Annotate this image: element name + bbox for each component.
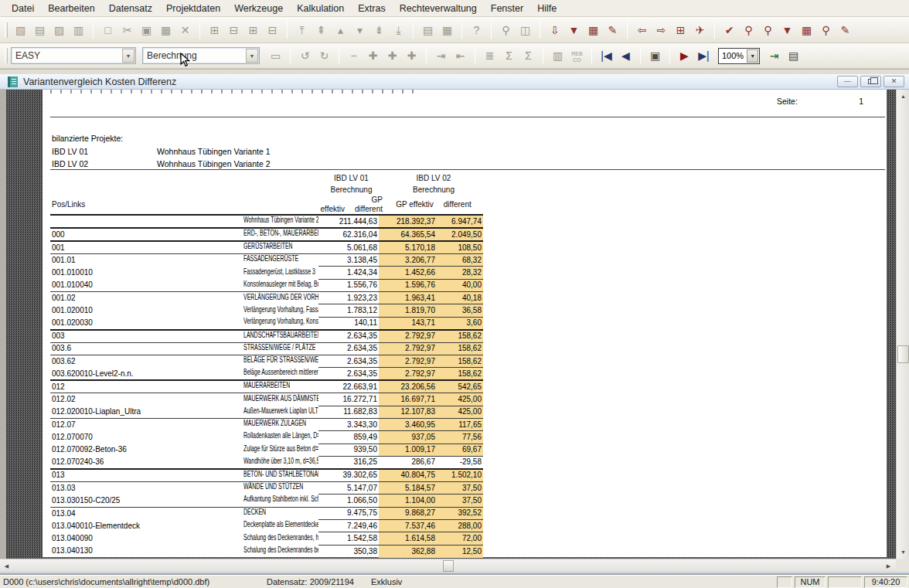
zoom-combobox[interactable]: 100% ▼ xyxy=(718,48,760,64)
row-pos: 012.02 xyxy=(50,393,242,406)
goto-bottom-icon[interactable]: ⤓ xyxy=(389,22,408,39)
print-icon[interactable]: ▦ xyxy=(437,22,457,39)
scroll-right-icon[interactable]: ▶ xyxy=(883,560,894,572)
vertical-scrollbar-thumb[interactable] xyxy=(897,345,909,363)
restore-button[interactable] xyxy=(860,76,881,87)
chevron-down-icon[interactable]: ▼ xyxy=(246,49,258,63)
menu-item-extras[interactable]: Extras xyxy=(351,2,392,15)
profile-combobox[interactable]: EASY ▼ xyxy=(11,47,136,64)
row-pos: 003 xyxy=(50,330,242,343)
record-search-icon[interactable]: ⚲ xyxy=(816,22,836,39)
view-combobox[interactable]: Berechnung ▼ xyxy=(142,47,260,64)
stats-icon[interactable]: ▥ xyxy=(548,47,567,64)
cut-icon[interactable]: ✂ xyxy=(117,22,137,39)
toolbar-group: ▭ xyxy=(266,47,285,64)
row-pos: 001.02 xyxy=(50,292,242,304)
send-icon[interactable]: ✈ xyxy=(690,22,710,39)
first-record-icon[interactable]: |◀ xyxy=(597,47,616,64)
split-view-icon[interactable]: ◫ xyxy=(516,22,535,39)
numbering-icon[interactable]: ≣ xyxy=(480,47,499,64)
menu-item-werkzeuge[interactable]: Werkzeuge xyxy=(227,2,290,15)
scroll-up-icon[interactable]: ▲ xyxy=(897,90,909,102)
tree-branch-icon[interactable]: ⊞ xyxy=(243,22,263,39)
undo-icon[interactable]: ↺ xyxy=(295,47,315,64)
doc-import-icon[interactable]: ▼ xyxy=(778,22,797,39)
indent-right-icon[interactable]: ⇥ xyxy=(431,47,451,64)
toolbar-grip[interactable] xyxy=(5,48,8,63)
new-icon[interactable]: □ xyxy=(98,22,117,39)
move-up-icon[interactable]: ▴ xyxy=(331,22,350,39)
tree-insert-icon[interactable]: ⊞ xyxy=(205,22,224,39)
image-icon[interactable]: ▨ xyxy=(49,22,69,39)
scroll-down-icon[interactable]: ▼ xyxy=(897,546,909,558)
menu-item-projektdaten[interactable]: Projektdaten xyxy=(159,2,227,15)
row-variant2-different: 158,62 xyxy=(437,368,483,380)
add-position-icon[interactable]: ✚ xyxy=(383,47,402,64)
import-page-icon[interactable]: ⇩ xyxy=(545,22,564,39)
copies-icon[interactable]: ▣ xyxy=(645,47,665,64)
delete-icon[interactable]: ✕ xyxy=(175,22,195,39)
close-button[interactable]: ✕ xyxy=(883,76,904,87)
menu-item-datensatz[interactable]: Datensatz xyxy=(102,2,159,15)
open-report-icon[interactable]: ▭ xyxy=(266,47,285,64)
assign-left-icon[interactable]: ⇦ xyxy=(632,22,652,39)
report-icon[interactable]: ▤ xyxy=(30,22,49,39)
menu-item-bearbeiten[interactable]: Bearbeiten xyxy=(41,2,101,15)
db-search-icon[interactable]: ⚲ xyxy=(739,22,758,39)
last-record-icon[interactable]: ▶| xyxy=(694,47,713,64)
horizontal-scrollbar[interactable]: ◀ ▶ xyxy=(0,559,896,572)
menu-item-datei[interactable]: Datei xyxy=(5,2,41,15)
column-group-variant2: IBD LV 02 xyxy=(384,172,483,184)
horizontal-scrollbar-thumb[interactable] xyxy=(443,560,454,572)
db-check-icon[interactable]: ✔ xyxy=(720,22,739,39)
subtotal-icon[interactable]: Σ xyxy=(499,47,519,64)
minimize-button[interactable]: — xyxy=(837,76,858,87)
page-down-icon[interactable]: ⇟ xyxy=(369,22,389,39)
tree-list-icon[interactable]: ⊟ xyxy=(224,22,243,39)
menu-item-rechteverwaltung[interactable]: Rechteverwaltung xyxy=(393,2,484,15)
page-up-icon[interactable]: ⇞ xyxy=(312,22,331,39)
assign-right-icon[interactable]: ⇨ xyxy=(652,22,671,39)
tree-outline-icon[interactable]: ⊟ xyxy=(263,22,282,39)
vertical-scrollbar[interactable]: ▲ ▼ xyxy=(896,90,909,559)
goto-top-icon[interactable]: ⤒ xyxy=(292,22,312,39)
window-export-icon[interactable]: ▧ xyxy=(11,22,30,39)
search-icon[interactable]: ⚲ xyxy=(496,22,516,39)
move-down-icon[interactable]: ▾ xyxy=(350,22,369,39)
start-output-icon[interactable]: ▶ xyxy=(675,47,694,64)
redo-icon[interactable]: ↻ xyxy=(315,47,334,64)
indent-left-icon[interactable]: ⇤ xyxy=(451,47,470,64)
toolbar-grip[interactable] xyxy=(5,22,8,38)
db-zoom-icon[interactable]: ⚲ xyxy=(758,22,778,39)
archive-icon[interactable]: ▼ xyxy=(564,22,584,39)
sheet-edit-icon[interactable]: ✎ xyxy=(603,22,622,39)
menu-item-fenster[interactable]: Fenster xyxy=(484,2,530,15)
copy-icon[interactable]: ▣ xyxy=(137,22,156,39)
row-pos: 012.070092-Beton-36 xyxy=(50,444,242,456)
scroll-left-icon[interactable]: ◀ xyxy=(1,560,12,572)
reb-icon[interactable]: REB CO xyxy=(567,47,587,64)
table-edit-icon[interactable]: ▦ xyxy=(584,22,603,39)
row-description: Verlängerung Vorhaltung, Konsolenauslege… xyxy=(242,317,318,329)
chevron-down-icon[interactable]: ▼ xyxy=(122,49,134,63)
page-edit-icon[interactable]: ✎ xyxy=(836,22,855,39)
properties-icon[interactable]: ▤ xyxy=(418,22,437,39)
close-preview-icon[interactable]: ⇥ xyxy=(764,47,784,64)
paste-icon[interactable]: ▦ xyxy=(156,22,175,39)
add-special-icon[interactable]: ✚ xyxy=(402,47,421,64)
help-icon[interactable]: ? xyxy=(467,22,486,39)
add-copy-icon[interactable]: ✚ xyxy=(363,47,383,64)
sum-icon[interactable]: Σ xyxy=(519,47,538,64)
table-export-icon[interactable]: ▦ xyxy=(797,22,816,39)
chevron-down-icon[interactable]: ▼ xyxy=(747,49,758,63)
menu-item-kalkulation[interactable]: Kalkulation xyxy=(290,2,351,15)
remove-position-icon[interactable]: − xyxy=(344,47,363,64)
menu-item-hilfe[interactable]: Hilfe xyxy=(530,2,563,15)
catalog-icon[interactable]: ▥ xyxy=(69,22,88,39)
prev-record-icon[interactable]: ◀ xyxy=(616,47,635,64)
tiles-icon[interactable]: ⊞ xyxy=(671,22,690,39)
horizontal-rule xyxy=(50,117,885,117)
print-report-icon[interactable]: ▤ xyxy=(784,47,803,64)
row-description: MAUERWERK ZULAGEN xyxy=(242,418,318,430)
row-pos: 001.020010 xyxy=(50,304,242,317)
